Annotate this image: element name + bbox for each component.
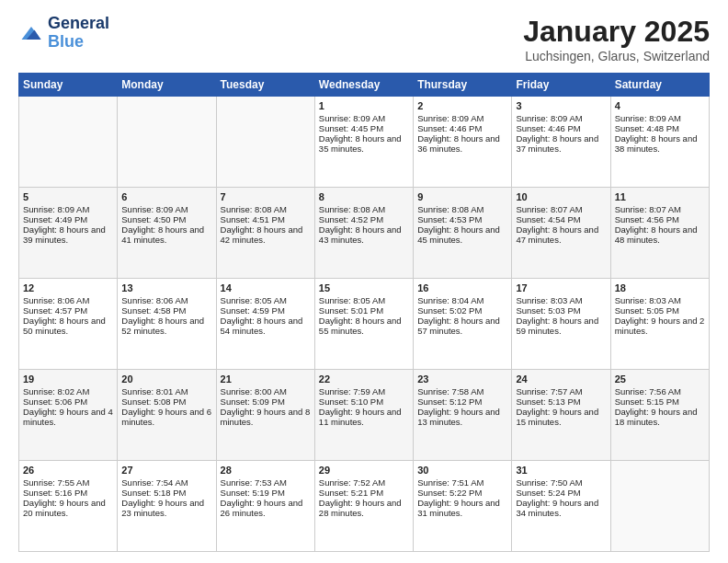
day-info: Daylight: 8 hours and 42 minutes.	[221, 224, 311, 245]
day-info: Sunrise: 8:01 AM	[121, 386, 211, 396]
day-number: 5	[23, 191, 113, 202]
calendar-cell: 30Sunrise: 7:51 AMSunset: 5:22 PMDayligh…	[414, 461, 512, 552]
day-info: Sunrise: 8:09 AM	[516, 113, 606, 123]
day-info: Daylight: 8 hours and 38 minutes.	[615, 133, 705, 154]
day-number: 3	[516, 100, 606, 111]
day-number: 30	[417, 465, 507, 476]
day-number: 29	[319, 465, 409, 476]
day-info: Sunrise: 8:06 AM	[121, 295, 211, 305]
title-block: January 2025 Luchsingen, Glarus, Switzer…	[523, 15, 710, 63]
calendar-cell	[118, 97, 216, 188]
day-info: Sunset: 5:02 PM	[417, 305, 507, 316]
day-info: Daylight: 9 hours and 4 minutes.	[23, 407, 113, 427]
day-number: 18	[615, 282, 705, 293]
day-info: Daylight: 9 hours and 26 minutes.	[221, 498, 311, 518]
day-info: Sunrise: 8:06 AM	[23, 295, 113, 305]
calendar-cell: 20Sunrise: 8:01 AMSunset: 5:08 PMDayligh…	[118, 370, 216, 461]
calendar-cell: 26Sunrise: 7:55 AMSunset: 5:16 PMDayligh…	[19, 461, 118, 552]
day-number: 22	[319, 373, 409, 385]
day-info: Sunrise: 8:07 AM	[615, 204, 705, 214]
day-info: Sunset: 4:53 PM	[417, 214, 507, 224]
day-number: 14	[221, 282, 311, 293]
day-info: Sunrise: 8:08 AM	[319, 204, 409, 214]
day-info: Daylight: 8 hours and 55 minutes.	[319, 316, 409, 336]
day-info: Daylight: 9 hours and 28 minutes.	[319, 498, 409, 518]
calendar-cell: 28Sunrise: 7:53 AMSunset: 5:19 PMDayligh…	[216, 461, 314, 552]
day-info: Daylight: 8 hours and 57 minutes.	[417, 316, 507, 336]
day-info: Sunset: 5:09 PM	[221, 396, 311, 407]
day-number: 12	[23, 282, 113, 293]
day-info: Sunrise: 8:05 AM	[221, 295, 311, 305]
day-info: Sunset: 4:56 PM	[615, 214, 705, 224]
day-info: Daylight: 8 hours and 47 minutes.	[516, 224, 606, 245]
day-info: Daylight: 8 hours and 41 minutes.	[121, 224, 211, 245]
day-info: Sunrise: 7:51 AM	[417, 477, 507, 488]
logo-line2: Blue	[48, 32, 84, 51]
calendar-cell: 23Sunrise: 7:58 AMSunset: 5:12 PMDayligh…	[414, 370, 512, 461]
day-info: Daylight: 9 hours and 18 minutes.	[615, 407, 705, 427]
day-info: Sunrise: 7:59 AM	[319, 386, 409, 396]
day-info: Daylight: 9 hours and 6 minutes.	[121, 407, 211, 427]
calendar-cell: 13Sunrise: 8:06 AMSunset: 4:58 PMDayligh…	[118, 279, 216, 370]
day-info: Sunrise: 8:07 AM	[516, 204, 606, 214]
day-info: Daylight: 9 hours and 23 minutes.	[121, 498, 211, 518]
day-info: Sunset: 5:21 PM	[319, 488, 409, 498]
day-info: Sunset: 5:24 PM	[516, 488, 606, 498]
month-title: January 2025	[523, 15, 710, 49]
calendar-cell: 19Sunrise: 8:02 AMSunset: 5:06 PMDayligh…	[19, 370, 118, 461]
day-number: 8	[319, 191, 409, 202]
header: General Blue January 2025 Luchsingen, Gl…	[18, 15, 710, 63]
calendar-cell: 22Sunrise: 7:59 AMSunset: 5:10 PMDayligh…	[314, 370, 413, 461]
day-number: 26	[23, 465, 113, 476]
calendar-cell: 14Sunrise: 8:05 AMSunset: 4:59 PMDayligh…	[216, 279, 314, 370]
day-info: Sunrise: 7:55 AM	[23, 477, 113, 488]
day-number: 10	[516, 191, 606, 202]
calendar-cell	[216, 97, 314, 188]
day-info: Daylight: 8 hours and 48 minutes.	[615, 224, 705, 245]
day-info: Daylight: 8 hours and 45 minutes.	[417, 224, 507, 245]
day-info: Sunset: 4:59 PM	[221, 305, 311, 316]
calendar-cell: 16Sunrise: 8:04 AMSunset: 5:02 PMDayligh…	[414, 279, 512, 370]
calendar-cell: 8Sunrise: 8:08 AMSunset: 4:52 PMDaylight…	[314, 188, 413, 279]
day-info: Sunrise: 7:57 AM	[516, 386, 606, 396]
day-info: Daylight: 8 hours and 43 minutes.	[319, 224, 409, 245]
day-info: Sunset: 5:13 PM	[516, 396, 606, 407]
day-info: Sunrise: 7:50 AM	[516, 477, 606, 488]
day-info: Daylight: 9 hours and 8 minutes.	[221, 407, 311, 427]
calendar-cell: 5Sunrise: 8:09 AMSunset: 4:49 PMDaylight…	[19, 188, 118, 279]
calendar-cell: 17Sunrise: 8:03 AMSunset: 5:03 PMDayligh…	[512, 279, 610, 370]
day-number: 13	[121, 282, 211, 293]
day-info: Sunrise: 8:08 AM	[221, 204, 311, 214]
day-info: Sunrise: 8:09 AM	[23, 204, 113, 214]
day-info: Daylight: 8 hours and 52 minutes.	[121, 316, 211, 336]
day-number: 19	[23, 373, 113, 385]
day-number: 11	[615, 191, 705, 202]
day-number: 24	[516, 373, 606, 385]
location: Luchsingen, Glarus, Switzerland	[523, 49, 710, 63]
day-info: Daylight: 9 hours and 2 minutes.	[615, 316, 705, 336]
day-info: Sunset: 5:18 PM	[121, 488, 211, 498]
logo: General Blue	[18, 15, 109, 52]
day-info: Daylight: 8 hours and 50 minutes.	[23, 316, 113, 336]
week-row-4: 19Sunrise: 8:02 AMSunset: 5:06 PMDayligh…	[19, 370, 710, 461]
week-row-5: 26Sunrise: 7:55 AMSunset: 5:16 PMDayligh…	[19, 461, 710, 552]
day-number: 28	[221, 465, 311, 476]
day-info: Sunrise: 8:09 AM	[319, 113, 409, 123]
calendar-cell: 18Sunrise: 8:03 AMSunset: 5:05 PMDayligh…	[610, 279, 709, 370]
day-info: Sunrise: 8:04 AM	[417, 295, 507, 305]
calendar-cell: 12Sunrise: 8:06 AMSunset: 4:57 PMDayligh…	[19, 279, 118, 370]
day-number: 9	[417, 191, 507, 202]
day-info: Daylight: 8 hours and 39 minutes.	[23, 224, 113, 245]
day-info: Sunset: 4:45 PM	[319, 123, 409, 133]
day-number: 15	[319, 282, 409, 293]
day-number: 21	[221, 373, 311, 385]
day-info: Sunset: 5:16 PM	[23, 488, 113, 498]
calendar-cell: 10Sunrise: 8:07 AMSunset: 4:54 PMDayligh…	[512, 188, 610, 279]
day-info: Sunrise: 8:09 AM	[417, 113, 507, 123]
day-number: 16	[417, 282, 507, 293]
day-info: Daylight: 8 hours and 37 minutes.	[516, 133, 606, 154]
day-info: Sunset: 5:05 PM	[615, 305, 705, 316]
day-info: Sunrise: 8:02 AM	[23, 386, 113, 396]
day-info: Sunset: 4:46 PM	[516, 123, 606, 133]
day-info: Sunset: 5:22 PM	[417, 488, 507, 498]
